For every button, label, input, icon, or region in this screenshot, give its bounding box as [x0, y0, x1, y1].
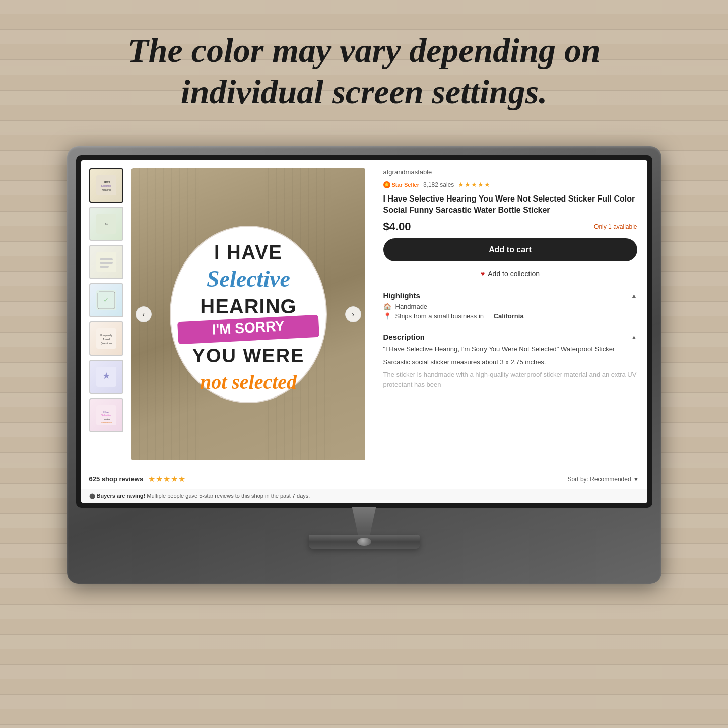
sales-count: 3,182 sales — [423, 181, 454, 188]
svg-text:✓: ✓ — [103, 296, 109, 304]
svg-rect-9 — [100, 266, 109, 268]
handmade-icon: 🏠 — [383, 303, 391, 310]
tv-base-knob — [357, 538, 371, 546]
price-row: $4.00 Only 1 available — [383, 220, 637, 233]
reviews-count: 625 shop reviews — [89, 475, 144, 483]
ships-location: California — [494, 312, 524, 320]
svg-text:I Have: I Have — [103, 411, 109, 413]
description-chevron: ▲ — [631, 334, 637, 341]
svg-text:Selective: Selective — [101, 414, 111, 417]
svg-text:Hearing: Hearing — [102, 188, 111, 191]
description-header[interactable]: Description ▲ — [383, 327, 637, 344]
svg-text:Questions: Questions — [100, 342, 112, 345]
headline-line1: The color may vary depending on — [40, 30, 688, 72]
tv-bezel: I Have Selective Hearing — [67, 146, 661, 584]
tv-monitor: I Have Selective Hearing — [67, 146, 661, 584]
desc-line3: The sticker is handmade with a high-qual… — [383, 370, 637, 389]
thumbnail-3[interactable] — [89, 245, 123, 279]
svg-text:Frequently: Frequently — [100, 334, 112, 337]
reviews-section: 625 shop reviews ★★★★★ — [89, 474, 186, 484]
description-body: "I Have Selective Hearing, I'm Sorry You… — [383, 344, 637, 389]
star-seller-badge: ⭐ Star Seller — [383, 181, 419, 188]
right-panel: atgrandmastable ⭐ Star Seller 3,182 sale… — [373, 160, 647, 469]
highlights-chevron: ▲ — [631, 292, 637, 299]
tv-stand — [76, 507, 652, 549]
highlights-section: Highlights ▲ 🏠 Handmade 📍 Ships from a s… — [383, 286, 637, 322]
svg-rect-7 — [100, 258, 113, 260]
desc-line1: "I Have Selective Hearing, I'm Sorry You… — [383, 344, 637, 354]
screen-content: I Have Selective Hearing — [81, 160, 647, 469]
product-price: $4.00 — [383, 220, 411, 233]
thumbnail-7[interactable]: I Have Selective Hearing not selected — [89, 398, 123, 432]
star-seller-icon: ⭐ — [383, 181, 390, 188]
sort-by-control[interactable]: Sort by: Recommended ▼ — [568, 476, 639, 483]
prev-image-button[interactable]: ‹ — [136, 306, 152, 322]
svg-text:Asked: Asked — [103, 338, 110, 341]
thumbnail-1[interactable]: I Have Selective Hearing — [89, 168, 123, 203]
buyers-raving-text: Multiple people gave 5-star reviews to t… — [147, 493, 310, 499]
reviews-bar: 625 shop reviews ★★★★★ Sort by: Recommen… — [81, 469, 647, 489]
thumbnail-5[interactable]: Frequently Asked Questions — [89, 321, 123, 356]
svg-text:not selected: not selected — [200, 371, 297, 393]
svg-text:Selective: Selective — [101, 184, 111, 187]
svg-text:not selected: not selected — [101, 421, 112, 424]
svg-text:Selective: Selective — [206, 266, 290, 292]
headline: The color may vary depending on individu… — [0, 30, 728, 112]
tv-neck — [344, 507, 384, 535]
highlight-handmade: 🏠 Handmade — [383, 303, 637, 310]
thumbnail-6[interactable]: ★ — [89, 360, 123, 394]
location-icon: 📍 — [383, 312, 391, 320]
add-to-cart-button[interactable]: Add to cart — [383, 238, 637, 261]
seller-rating: ★★★★★ — [458, 181, 491, 188]
svg-text:🏷: 🏷 — [104, 222, 108, 226]
product-title: I Have Selective Hearing You Were Not Se… — [383, 193, 637, 215]
availability-label: Only 1 available — [594, 223, 637, 230]
thumbnail-4[interactable]: ✓ — [89, 283, 123, 317]
handmade-label: Handmade — [395, 303, 428, 310]
left-panel: I Have Selective Hearing — [81, 160, 373, 469]
heart-icon: ♥ — [481, 270, 485, 278]
svg-text:I HAVE: I HAVE — [214, 242, 283, 263]
svg-text:HEARING: HEARING — [200, 295, 296, 317]
buyers-raving-icon: ⬤ — [89, 493, 95, 499]
reviews-stars: ★★★★★ — [148, 474, 186, 484]
headline-line2: individual screen settings. — [40, 72, 688, 113]
highlights-label: Highlights — [383, 291, 420, 300]
seller-name[interactable]: atgrandmastable — [383, 168, 637, 176]
buyers-raving-bar: ⬤ Buyers are raving! Multiple people gav… — [81, 489, 647, 503]
description-section: Description ▲ "I Have Selective Hearing,… — [383, 327, 637, 392]
buyers-raving-label: Buyers are raving! — [97, 493, 146, 499]
next-image-button[interactable]: › — [345, 306, 361, 322]
svg-text:★: ★ — [102, 371, 110, 381]
svg-text:YOU WERE: YOU WERE — [192, 345, 304, 366]
main-product-image: ‹ I HAVE Selective HEARING — [131, 168, 365, 460]
product-sticker-image: I HAVE Selective HEARING I'M SORRY YOU W… — [163, 219, 334, 410]
add-to-collection-label: Add to collection — [488, 270, 540, 278]
description-label: Description — [383, 333, 425, 341]
svg-rect-8 — [100, 262, 113, 264]
thumbnail-column: I Have Selective Hearing — [89, 168, 125, 460]
svg-text:I Have: I Have — [102, 180, 110, 183]
sort-chevron-icon: ▼ — [633, 476, 639, 483]
tv-screen: I Have Selective Hearing — [81, 160, 647, 503]
sort-label: Sort by: Recommended — [568, 476, 631, 483]
ships-label: Ships from a small business in — [395, 312, 484, 320]
tv-inner-frame: I Have Selective Hearing — [76, 155, 652, 508]
star-seller-label: Star Seller — [392, 182, 419, 188]
star-seller-row: ⭐ Star Seller 3,182 sales ★★★★★ — [383, 181, 637, 188]
tv-base — [309, 535, 420, 549]
thumbnail-2[interactable]: 🏷 — [89, 207, 123, 241]
highlight-ships: 📍 Ships from a small business in Califor… — [383, 312, 637, 320]
desc-line2: Sarcastic social sticker measures about … — [383, 357, 637, 367]
highlights-header[interactable]: Highlights ▲ — [383, 286, 637, 303]
svg-text:Hearing: Hearing — [102, 418, 109, 420]
add-to-collection-button[interactable]: ♥ Add to collection — [383, 267, 637, 281]
